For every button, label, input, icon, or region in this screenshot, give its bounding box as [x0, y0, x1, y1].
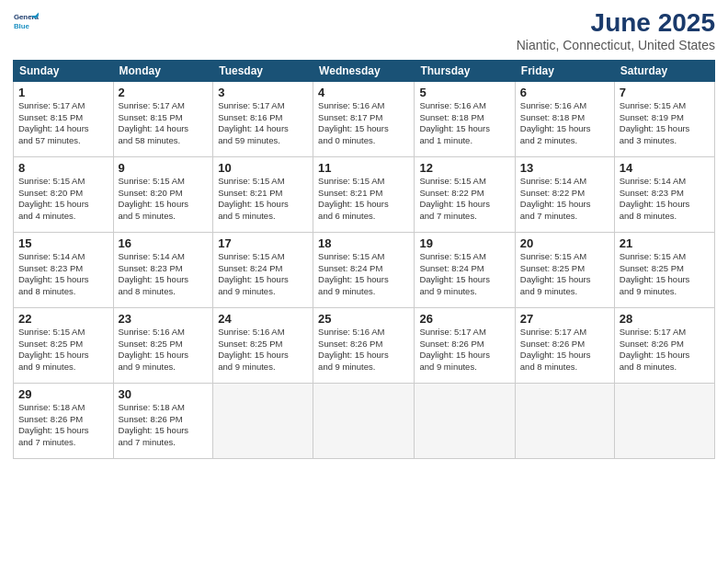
- table-row: 9Sunrise: 5:15 AMSunset: 8:20 PMDaylight…: [113, 156, 213, 232]
- col-wednesday: Wednesday: [313, 60, 415, 81]
- day-info: Sunrise: 5:14 AMSunset: 8:23 PMDaylight:…: [119, 251, 209, 298]
- day-number: 3: [218, 86, 308, 99]
- day-info: Sunrise: 5:17 AMSunset: 8:26 PMDaylight:…: [419, 327, 509, 373]
- table-row: 19Sunrise: 5:15 AMSunset: 8:24 PMDayligh…: [415, 232, 515, 307]
- day-number: 8: [18, 161, 108, 175]
- table-row: 2Sunrise: 5:17 AMSunset: 8:15 PMDaylight…: [113, 81, 213, 156]
- day-info: Sunrise: 5:16 AMSunset: 8:17 PMDaylight:…: [318, 100, 409, 147]
- page: General Blue June 2025 Niantic, Connecti…: [0, 0, 728, 563]
- table-row: 15Sunrise: 5:14 AMSunset: 8:23 PMDayligh…: [14, 232, 114, 307]
- table-row: [515, 383, 614, 458]
- table-row: [415, 383, 515, 458]
- table-row: 6Sunrise: 5:16 AMSunset: 8:18 PMDaylight…: [515, 81, 614, 156]
- table-row: 13Sunrise: 5:14 AMSunset: 8:22 PMDayligh…: [515, 156, 614, 232]
- table-row: 18Sunrise: 5:15 AMSunset: 8:24 PMDayligh…: [313, 232, 415, 307]
- calendar-week-row: 22Sunrise: 5:15 AMSunset: 8:25 PMDayligh…: [14, 307, 715, 383]
- day-info: Sunrise: 5:14 AMSunset: 8:22 PMDaylight:…: [520, 176, 609, 223]
- day-number: 30: [119, 387, 209, 401]
- table-row: 23Sunrise: 5:16 AMSunset: 8:25 PMDayligh…: [113, 307, 213, 383]
- day-number: 26: [419, 312, 509, 326]
- day-info: Sunrise: 5:15 AMSunset: 8:24 PMDaylight:…: [318, 251, 409, 298]
- calendar-week-row: 15Sunrise: 5:14 AMSunset: 8:23 PMDayligh…: [14, 232, 715, 307]
- day-number: 23: [119, 312, 209, 326]
- table-row: 3Sunrise: 5:17 AMSunset: 8:16 PMDaylight…: [213, 81, 313, 156]
- table-row: 26Sunrise: 5:17 AMSunset: 8:26 PMDayligh…: [415, 307, 515, 383]
- day-info: Sunrise: 5:16 AMSunset: 8:18 PMDaylight:…: [419, 100, 509, 147]
- day-number: 2: [119, 86, 209, 99]
- day-number: 15: [18, 236, 108, 250]
- day-info: Sunrise: 5:15 AMSunset: 8:25 PMDaylight:…: [520, 251, 609, 298]
- table-row: 12Sunrise: 5:15 AMSunset: 8:22 PMDayligh…: [415, 156, 515, 232]
- day-info: Sunrise: 5:14 AMSunset: 8:23 PMDaylight:…: [18, 251, 108, 298]
- day-number: 10: [218, 161, 308, 175]
- calendar-week-row: 8Sunrise: 5:15 AMSunset: 8:20 PMDaylight…: [14, 156, 715, 232]
- table-row: 27Sunrise: 5:17 AMSunset: 8:26 PMDayligh…: [515, 307, 614, 383]
- table-row: 29Sunrise: 5:18 AMSunset: 8:26 PMDayligh…: [14, 383, 114, 458]
- day-number: 27: [520, 312, 609, 326]
- logo: General Blue: [13, 9, 39, 35]
- day-number: 5: [419, 86, 509, 99]
- day-number: 4: [318, 86, 409, 99]
- day-info: Sunrise: 5:17 AMSunset: 8:26 PMDaylight:…: [520, 327, 609, 373]
- calendar-week-row: 1Sunrise: 5:17 AMSunset: 8:15 PMDaylight…: [14, 81, 715, 156]
- day-info: Sunrise: 5:16 AMSunset: 8:25 PMDaylight:…: [218, 327, 308, 373]
- day-info: Sunrise: 5:15 AMSunset: 8:21 PMDaylight:…: [218, 176, 308, 223]
- col-friday: Friday: [515, 60, 614, 81]
- table-row: [313, 383, 415, 458]
- day-info: Sunrise: 5:15 AMSunset: 8:22 PMDaylight:…: [419, 176, 509, 223]
- table-row: 25Sunrise: 5:16 AMSunset: 8:26 PMDayligh…: [313, 307, 415, 383]
- day-info: Sunrise: 5:15 AMSunset: 8:21 PMDaylight:…: [318, 176, 409, 223]
- day-info: Sunrise: 5:16 AMSunset: 8:25 PMDaylight:…: [119, 327, 209, 373]
- col-thursday: Thursday: [415, 60, 515, 81]
- day-info: Sunrise: 5:16 AMSunset: 8:18 PMDaylight:…: [520, 100, 609, 147]
- table-row: [213, 383, 313, 458]
- day-info: Sunrise: 5:14 AMSunset: 8:23 PMDaylight:…: [620, 176, 710, 223]
- day-number: 29: [18, 387, 108, 401]
- day-info: Sunrise: 5:17 AMSunset: 8:15 PMDaylight:…: [119, 100, 209, 147]
- day-number: 7: [620, 86, 710, 99]
- day-info: Sunrise: 5:15 AMSunset: 8:20 PMDaylight:…: [119, 176, 209, 223]
- location-title: Niantic, Connecticut, United States: [517, 38, 715, 52]
- day-info: Sunrise: 5:15 AMSunset: 8:20 PMDaylight:…: [18, 176, 108, 223]
- table-row: 16Sunrise: 5:14 AMSunset: 8:23 PMDayligh…: [113, 232, 213, 307]
- day-number: 20: [520, 236, 609, 250]
- day-info: Sunrise: 5:18 AMSunset: 8:26 PMDaylight:…: [119, 402, 209, 449]
- day-number: 11: [318, 161, 409, 175]
- table-row: 1Sunrise: 5:17 AMSunset: 8:15 PMDaylight…: [14, 81, 114, 156]
- day-number: 12: [419, 161, 509, 175]
- table-row: 11Sunrise: 5:15 AMSunset: 8:21 PMDayligh…: [313, 156, 415, 232]
- day-info: Sunrise: 5:15 AMSunset: 8:24 PMDaylight:…: [419, 251, 509, 298]
- table-row: 14Sunrise: 5:14 AMSunset: 8:23 PMDayligh…: [614, 156, 714, 232]
- day-number: 19: [419, 236, 509, 250]
- day-number: 25: [318, 312, 409, 326]
- table-row: 17Sunrise: 5:15 AMSunset: 8:24 PMDayligh…: [213, 232, 313, 307]
- table-row: 21Sunrise: 5:15 AMSunset: 8:25 PMDayligh…: [614, 232, 714, 307]
- day-info: Sunrise: 5:17 AMSunset: 8:15 PMDaylight:…: [18, 100, 108, 147]
- day-number: 18: [318, 236, 409, 250]
- table-row: 22Sunrise: 5:15 AMSunset: 8:25 PMDayligh…: [14, 307, 114, 383]
- table-row: 20Sunrise: 5:15 AMSunset: 8:25 PMDayligh…: [515, 232, 614, 307]
- table-row: 7Sunrise: 5:15 AMSunset: 8:19 PMDaylight…: [614, 81, 714, 156]
- table-row: [614, 383, 714, 458]
- svg-text:Blue: Blue: [14, 22, 30, 30]
- day-number: 13: [520, 161, 609, 175]
- calendar-table: Sunday Monday Tuesday Wednesday Thursday…: [13, 60, 715, 459]
- day-info: Sunrise: 5:15 AMSunset: 8:25 PMDaylight:…: [18, 327, 108, 373]
- day-number: 24: [218, 312, 308, 326]
- col-sunday: Sunday: [14, 60, 114, 81]
- col-tuesday: Tuesday: [213, 60, 313, 81]
- day-number: 1: [18, 86, 108, 99]
- day-number: 16: [119, 236, 209, 250]
- day-number: 22: [18, 312, 108, 326]
- table-row: 30Sunrise: 5:18 AMSunset: 8:26 PMDayligh…: [113, 383, 213, 458]
- calendar-header-row: Sunday Monday Tuesday Wednesday Thursday…: [14, 60, 715, 81]
- table-row: 10Sunrise: 5:15 AMSunset: 8:21 PMDayligh…: [213, 156, 313, 232]
- day-number: 17: [218, 236, 308, 250]
- col-monday: Monday: [113, 60, 213, 81]
- table-row: 28Sunrise: 5:17 AMSunset: 8:26 PMDayligh…: [614, 307, 714, 383]
- title-area: June 2025 Niantic, Connecticut, United S…: [517, 9, 715, 52]
- day-number: 9: [119, 161, 209, 175]
- day-info: Sunrise: 5:15 AMSunset: 8:24 PMDaylight:…: [218, 251, 308, 298]
- table-row: 8Sunrise: 5:15 AMSunset: 8:20 PMDaylight…: [14, 156, 114, 232]
- header: General Blue June 2025 Niantic, Connecti…: [13, 9, 715, 52]
